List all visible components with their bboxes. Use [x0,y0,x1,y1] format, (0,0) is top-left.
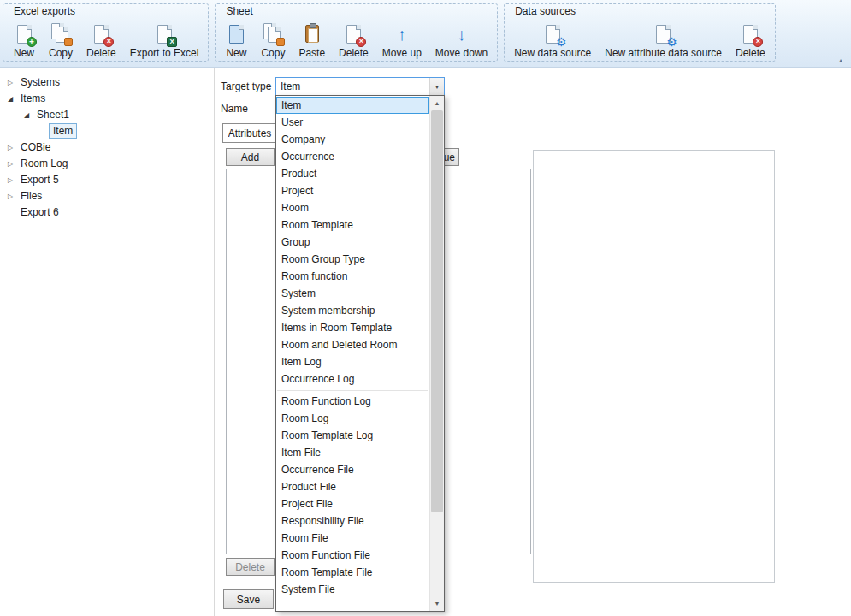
delete-sheet-icon [342,22,364,45]
tab-attributes-label: Attributes [228,127,272,139]
dropdown-option[interactable]: Room and Deleted Room [276,336,429,353]
data-source-gear-icon [541,22,564,45]
expander-icon[interactable] [4,155,16,172]
tree-item-systems[interactable]: Systems [0,74,214,90]
dropdown-option[interactable]: Item File [276,444,429,461]
expander-icon[interactable] [4,187,16,204]
dropdown-option[interactable]: Room function [276,268,429,285]
ribbon-group-data-sources: Data sources New data source New attribu… [504,3,775,62]
data-sources-delete-button[interactable]: Delete [729,19,772,61]
new-sheet-icon [225,22,247,45]
dropdown-option[interactable]: Occurrence [276,148,429,165]
export-tree-panel: Systems Items Sheet1 Item COBie Room Log… [0,68,215,616]
tree-item-export-6[interactable]: Export 6 [0,204,214,220]
ribbon-group-excel-exports: Excel exports New Copy Delete Export to … [3,3,209,62]
dropdown-option[interactable]: Room Log [276,410,429,427]
dropdown-scrollbar[interactable] [429,96,444,611]
sheet-move-up-button[interactable]: Move up [375,19,428,61]
target-type-combobox[interactable]: Item [275,77,445,96]
move-up-arrow-icon [391,22,413,45]
paste-clipboard-icon [301,22,323,45]
chevron-down-icon[interactable] [429,78,444,95]
dropdown-option[interactable]: Responsibility File [276,512,429,530]
delete-document-icon [90,22,112,45]
dropdown-option[interactable]: Occurrence Log [276,370,429,388]
export-to-excel-button[interactable]: Export to Excel [123,19,206,61]
dropdown-option[interactable]: User [276,114,429,131]
dropdown-option[interactable]: Room Template [276,216,429,234]
detail-panel [533,150,775,583]
name-label: Name [221,103,248,115]
tree-item-files[interactable]: Files [0,187,214,204]
tree-item-item[interactable]: Item [0,122,214,139]
dropdown-option[interactable]: Occurrence File [276,461,429,478]
move-down-arrow-icon [451,22,473,45]
expander-icon[interactable] [4,171,16,188]
sheet-paste-button[interactable]: Paste [292,19,332,61]
new-document-icon [13,22,35,45]
copy-sheet-icon [262,22,284,45]
dropdown-option[interactable]: Room Group Type [276,251,429,268]
dropdown-option[interactable]: Room [276,199,429,216]
application-window: Excel exports New Copy Delete Export to … [0,0,851,616]
expander-icon[interactable] [4,90,16,107]
add-button[interactable]: Add [226,148,275,166]
dropdown-option[interactable]: Item [276,97,429,114]
ribbon-toolbar: Excel exports New Copy Delete Export to … [0,0,851,68]
tree-item-cobie[interactable]: COBie [0,139,214,155]
tree-item-items[interactable]: Items [0,90,214,106]
ribbon-group-sheet: Sheet New Copy Paste Delete [215,3,498,62]
dropdown-option[interactable]: Room Function File [276,547,429,564]
expander-icon[interactable] [4,74,16,91]
tree-item-sheet1[interactable]: Sheet1 [0,106,214,122]
sheet-new-button[interactable]: New [218,19,254,61]
excel-document-icon [153,22,175,45]
dropdown-option[interactable]: System File [276,581,429,598]
dropdown-separator [276,388,429,393]
ribbon-group-title: Excel exports [6,4,205,19]
dropdown-option[interactable]: Room Template Log [276,427,429,444]
excel-exports-delete-button[interactable]: Delete [80,19,123,61]
target-type-label: Target type [221,80,271,92]
sheet-copy-button[interactable]: Copy [254,19,292,61]
dropdown-options-list: Item User Company Occurrence Product Pro… [276,96,429,611]
sheet-delete-button[interactable]: Delete [332,19,375,61]
expander-icon[interactable] [4,139,16,156]
dropdown-option[interactable]: Group [276,234,429,251]
scroll-up-arrow-icon[interactable] [430,96,444,110]
scrollbar-thumb[interactable] [431,110,443,512]
copy-document-icon [50,22,72,45]
scroll-down-arrow-icon[interactable] [430,596,444,611]
dropdown-option[interactable]: System [276,285,429,302]
dropdown-option[interactable]: Room File [276,530,429,547]
excel-exports-copy-button[interactable]: Copy [42,19,80,61]
save-button[interactable]: Save [223,589,274,609]
dropdown-option[interactable]: Product [276,165,429,182]
dropdown-option[interactable]: Room Template File [276,564,429,581]
new-data-source-button[interactable]: New data source [507,19,598,61]
combobox-selected-value: Item [276,80,429,92]
tree-item-room-log[interactable]: Room Log [0,155,214,171]
excel-exports-new-button[interactable]: New [6,19,42,61]
delete-data-source-icon [739,22,761,45]
dropdown-option[interactable]: Items in Room Template [276,319,429,336]
dropdown-option[interactable]: System membership [276,302,429,319]
dropdown-option[interactable]: Product File [276,478,429,495]
dropdown-option[interactable]: Company [276,131,429,148]
dropdown-option[interactable]: Project File [276,495,429,512]
ribbon-group-title: Sheet [218,4,494,19]
expander-icon[interactable] [21,106,33,123]
attribute-data-source-gear-icon [653,22,675,45]
target-type-dropdown-popup: Item User Company Occurrence Product Pro… [275,95,445,612]
dropdown-option[interactable]: Project [276,182,429,199]
tree-item-export-5[interactable]: Export 5 [0,171,214,187]
sheet-move-down-button[interactable]: Move down [428,19,494,61]
delete-button[interactable]: Delete [226,558,275,576]
ribbon-group-title: Data sources [507,4,771,19]
tab-attributes[interactable]: Attributes [222,123,277,143]
dropdown-option[interactable]: Room Function Log [276,393,429,410]
ribbon-collapse-chevron-icon[interactable] [835,55,847,65]
dropdown-option[interactable]: Item Log [276,353,429,370]
new-attribute-data-source-button[interactable]: New attribute data source [598,19,729,61]
